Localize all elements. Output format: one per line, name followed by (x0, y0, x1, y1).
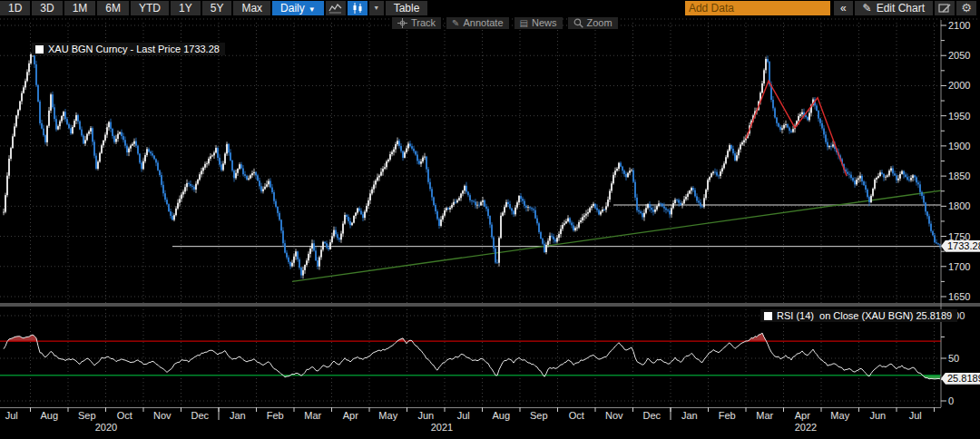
range-buttons: 1D3D1M6MYTD1Y5YMax (0, 1, 272, 15)
x-axis-month-label: Aug (492, 410, 510, 421)
x-axis-month-label: Feb (267, 410, 284, 421)
x-axis-year-label: 2021 (431, 422, 453, 433)
x-axis-month-label: Sep (530, 410, 548, 421)
x-axis-month-label: Apr (795, 410, 810, 421)
series-key-swatch (35, 45, 44, 54)
svg-text:1800: 1800 (948, 200, 970, 211)
x-axis-month-label: Jul (457, 410, 470, 421)
svg-text:1700: 1700 (948, 261, 970, 272)
x-axis-month-label: May (378, 410, 397, 421)
range-button-1y[interactable]: 1Y (171, 1, 201, 15)
x-axis-month-label: Jun (417, 410, 434, 421)
x-axis-month-label: Mar (304, 410, 321, 421)
gear-icon: ⚙ (961, 1, 972, 15)
edit-chart-label: Edit Chart (877, 1, 925, 15)
rsi-legend[interactable]: RSI (14) on Close (XAU BGN) 25.8189 (760, 309, 957, 322)
x-axis-month-label: Sep (78, 410, 96, 421)
svg-text:2100: 2100 (948, 20, 970, 31)
svg-text:1950: 1950 (948, 111, 970, 122)
price-series-legend[interactable]: XAU BGN Curncy - Last Price 1733.28 (32, 43, 225, 55)
candlestick-icon (350, 3, 365, 14)
line-chart-style-button[interactable] (326, 1, 346, 15)
x-axis-month-label: Jul (5, 410, 18, 421)
x-axis-month-label: Nov (605, 410, 623, 421)
x-axis-month-label: Dec (191, 410, 209, 421)
range-button-6m[interactable]: 6M (97, 1, 129, 15)
pencil-icon: ✎ (863, 1, 872, 15)
line-chart-icon (328, 3, 343, 14)
svg-text:50: 50 (948, 353, 959, 364)
range-button-5y[interactable]: 5Y (202, 1, 232, 15)
track-label: Track (411, 17, 436, 29)
range-button-ytd[interactable]: YTD (131, 1, 169, 15)
chart-action-bar: Track ✎ Annotate ▤ News Zoom (392, 17, 618, 29)
pencil-icon: ✎ (452, 17, 459, 29)
collapse-panel-button[interactable]: « (834, 1, 853, 15)
price-series-legend-text: XAU BGN Curncy - Last Price 1733.28 (48, 44, 220, 54)
svg-text:2050: 2050 (948, 50, 970, 61)
zoom-label: Zoom (587, 17, 612, 29)
news-icon: ▤ (520, 17, 528, 29)
overlay-lines (172, 190, 941, 281)
table-button[interactable]: Table (386, 1, 428, 15)
x-axis-month-label: Mar (756, 410, 773, 421)
x-axis-month-label: Jan (681, 410, 698, 421)
bloomberg-chart-window: 2100205020001950190018501800175017001650… (0, 0, 980, 439)
rsi-legend-text: RSI (14) on Close (XAU BGN) 25.8189 (777, 310, 952, 321)
settings-button[interactable]: ⚙ (956, 1, 976, 15)
x-axis-month-label: Jul (909, 410, 922, 421)
rsi-key-swatch (764, 312, 772, 320)
x-axis-month-label: Nov (153, 410, 172, 421)
range-button-max[interactable]: Max (233, 1, 270, 15)
gridlines (0, 19, 980, 405)
last-price-axis-tag: 1733.28 (941, 240, 980, 252)
candle-chart-style-button[interactable] (348, 1, 368, 15)
svg-text:1850: 1850 (948, 171, 970, 181)
chart-style-dropdown[interactable]: ▼ (369, 1, 384, 15)
magnifier-icon (573, 18, 583, 28)
crosshair-icon (397, 18, 407, 28)
x-axis-month-label: May (830, 410, 849, 421)
news-label: News (532, 17, 557, 29)
chart-svg[interactable]: 2100205020001950190018501800175017001650… (0, 0, 980, 439)
track-button[interactable]: Track (392, 17, 441, 29)
period-dropdown[interactable]: Daily▼ (272, 1, 324, 15)
x-axis-month-label: Feb (719, 410, 736, 421)
svg-text:1900: 1900 (948, 141, 970, 151)
zoom-button[interactable]: Zoom (568, 17, 618, 29)
range-button-1d[interactable]: 1D (0, 1, 30, 15)
candles-layer[interactable] (3, 44, 941, 278)
axes: 2100205020001950190018501800175017001650… (0, 20, 970, 433)
svg-text:2000: 2000 (948, 80, 970, 91)
annotate-button[interactable]: ✎ Annotate (446, 17, 508, 29)
rsi-value-axis-tag: 25.8189 (941, 373, 980, 385)
x-axis-month-label: Oct (117, 410, 132, 421)
chevron-down-icon: ▼ (309, 5, 316, 14)
toolbar-right: « ✎ Edit Chart ⚙ (685, 1, 978, 15)
range-button-1m[interactable]: 1M (64, 1, 96, 15)
x-axis-year-label: 2022 (795, 422, 817, 433)
x-axis-month-label: Oct (569, 410, 584, 421)
chart-edit-icon (938, 3, 952, 14)
svg-text:1650: 1650 (948, 291, 970, 302)
x-axis-month-label: Dec (642, 410, 661, 421)
x-axis-month-label: Apr (343, 410, 358, 421)
top-toolbar: 1D3D1M6MYTD1Y5YMax Daily▼ ▼ Table « (0, 0, 980, 16)
chart-annotate-settings-button[interactable] (935, 1, 955, 15)
x-axis-month-label: Jan (230, 410, 246, 421)
panel-divider (0, 303, 980, 307)
svg-text:0: 0 (948, 395, 954, 406)
x-axis-month-label: Aug (40, 410, 58, 421)
add-data-input[interactable] (685, 1, 830, 15)
news-button[interactable]: ▤ News (514, 17, 563, 29)
edit-chart-button[interactable]: ✎ Edit Chart (855, 1, 933, 15)
x-axis-year-label: 2020 (95, 422, 117, 433)
x-axis-month-label: Jun (869, 410, 886, 421)
range-button-3d[interactable]: 3D (32, 1, 62, 15)
period-label: Daily (280, 2, 305, 15)
rsi-layer[interactable] (0, 333, 941, 379)
chevron-down-icon: ▼ (373, 1, 379, 15)
annotate-label: Annotate (463, 17, 503, 29)
